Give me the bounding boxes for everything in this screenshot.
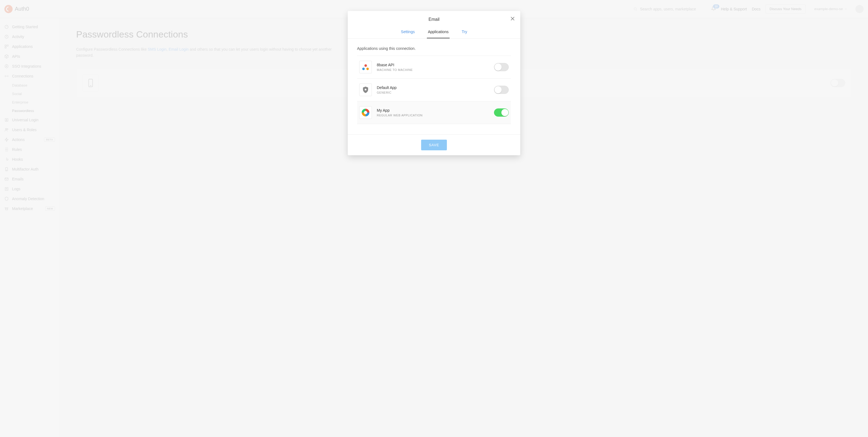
tab-settings[interactable]: Settings [400,27,416,38]
app-name: 8base API [377,63,413,67]
app-icon-8base [359,61,372,73]
app-icon-default [359,84,372,96]
app-type: MACHINE TO MACHINE [377,68,413,71]
app-row-myapp: My App REGULAR WEB APPLICATION [357,101,511,124]
toggle-default[interactable] [494,86,509,94]
email-connection-modal: Email Settings Applications Try Applicat… [348,11,520,155]
modal-title: Email [348,11,520,27]
dots-icon [362,63,369,71]
toggle-8base[interactable] [494,63,509,71]
app-name: Default App [377,86,397,90]
donut-icon [362,109,369,116]
save-button[interactable]: SAVE [421,139,447,150]
close-icon [509,15,516,22]
app-type: GENERIC [377,91,397,94]
tab-try[interactable]: Try [461,27,468,38]
toggle-myapp[interactable] [494,108,509,117]
app-row-8base: 8base API MACHINE TO MACHINE [357,56,511,78]
modal-subtitle: Applications using this connection. [357,46,511,51]
modal-wrap: Email Settings Applications Try Applicat… [0,0,868,437]
shield-star-icon [362,86,369,94]
app-row-default: Default App GENERIC [357,78,511,101]
modal-tabs: Settings Applications Try [348,27,520,39]
tab-applications[interactable]: Applications [427,27,450,38]
app-icon-myapp [359,106,372,119]
close-button[interactable] [509,15,516,22]
app-type: REGULAR WEB APPLICATION [377,114,423,117]
app-name: My App [377,108,423,113]
